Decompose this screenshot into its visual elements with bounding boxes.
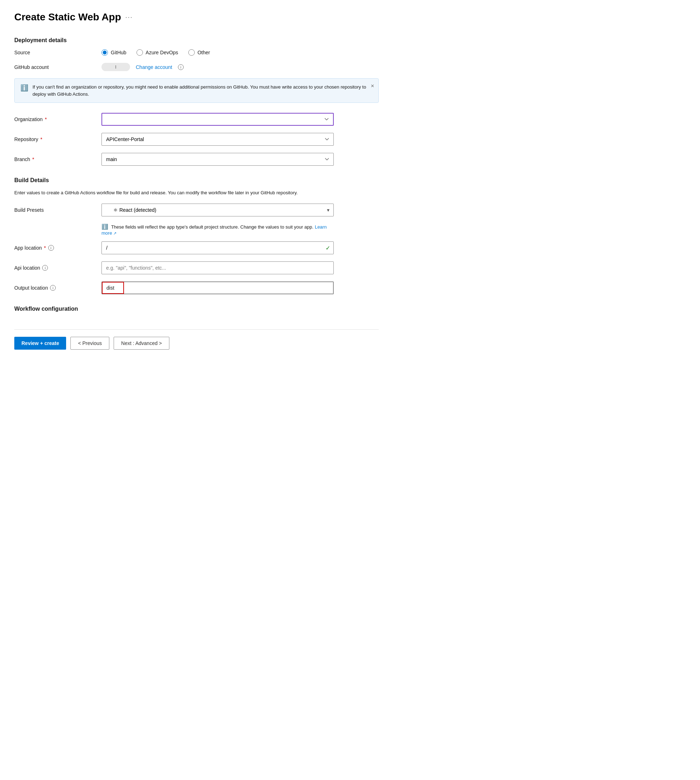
github-account-field: l Change account i [102,63,334,71]
change-account-link[interactable]: Change account [136,64,172,70]
repository-select[interactable]: APICenter-Portal [102,133,334,146]
radio-github[interactable] [102,49,108,56]
build-presets-select[interactable]: ⚛ React (detected) [102,204,334,216]
source-label: Source [14,50,93,55]
source-radio-group: GitHub Azure DevOps Other [102,49,334,56]
source-row: Source GitHub Azure DevOps Other [14,49,379,56]
branch-row: Branch * main [14,153,379,166]
info-banner-icon: ℹ️ [20,84,28,92]
organization-label: Organization * [14,116,93,122]
app-location-info-icon[interactable]: i [48,245,54,251]
api-location-info-icon[interactable]: i [42,265,48,271]
workflow-configuration-section: Workflow configuration [14,306,379,312]
branch-required: * [32,156,34,162]
build-details-section: Build Details Enter values to create a G… [14,177,379,294]
repository-required: * [40,136,42,142]
bottom-navigation: Review + create < Previous Next : Advanc… [14,329,379,350]
workflow-section-title: Workflow configuration [14,306,379,312]
radio-github-label: GitHub [111,50,127,55]
external-link-icon: ↗ [113,231,117,235]
radio-option-other[interactable]: Other [188,49,210,56]
output-location-field [102,281,334,294]
build-presets-row: Build Presets ⚛ React (detected) ▾ [14,204,379,216]
radio-azure-devops-label: Azure DevOps [146,50,178,55]
branch-label: Branch * [14,156,93,162]
repository-row: Repository * APICenter-Portal [14,133,379,146]
github-account-label: GitHub account [14,64,93,70]
radio-azure-devops[interactable] [137,49,143,56]
repository-label: Repository * [14,136,93,142]
next-advanced-button[interactable]: Next : Advanced > [113,337,169,350]
api-location-input[interactable] [102,261,334,274]
output-location-info-icon[interactable]: i [50,285,56,291]
organization-row: Organization * [14,113,379,126]
review-create-button[interactable]: Review + create [14,337,66,350]
app-location-valid-icon: ✓ [325,244,330,251]
build-info-note: ℹ️ These fields will reflect the app typ… [102,224,334,236]
output-location-row: Output location i [14,281,379,294]
build-presets-label: Build Presets [14,207,93,213]
app-location-input[interactable] [102,241,334,254]
branch-select[interactable]: main [102,153,334,166]
api-location-row: Api location i [14,261,379,274]
radio-other[interactable] [188,49,195,56]
app-location-required: * [44,245,46,251]
info-banner: ℹ️ If you can't find an organization or … [14,78,379,103]
deployment-details-section: Deployment details Source GitHub Azure D… [14,37,379,166]
deployment-section-title: Deployment details [14,37,379,43]
github-account-info-icon[interactable]: i [178,64,184,70]
github-account-row: GitHub account l Change account i [14,63,379,71]
organization-select[interactable] [102,113,334,126]
info-banner-close-button[interactable]: × [371,83,374,89]
api-location-label: Api location i [14,265,93,271]
radio-option-github[interactable]: GitHub [102,49,127,56]
organization-required: * [45,116,47,122]
build-description: Enter values to create a GitHub Actions … [14,189,379,196]
build-section-title: Build Details [14,177,379,184]
app-location-label: App location * i [14,245,93,251]
build-info-icon: ℹ️ [102,224,108,230]
radio-option-azure-devops[interactable]: Azure DevOps [137,49,178,56]
ellipsis-menu-button[interactable]: ··· [125,13,133,21]
previous-button[interactable]: < Previous [70,337,109,350]
app-location-row: App location * i ✓ [14,241,379,254]
radio-other-label: Other [198,50,210,55]
info-banner-text: If you can't find an organization or rep… [33,83,373,98]
account-pill: l [102,63,130,71]
page-title: Create Static Web App [14,12,121,23]
build-presets-wrapper: ⚛ React (detected) ▾ [102,204,334,216]
app-location-field: ✓ [102,241,334,254]
output-location-label: Output location i [14,285,93,291]
output-location-input[interactable] [102,281,334,294]
